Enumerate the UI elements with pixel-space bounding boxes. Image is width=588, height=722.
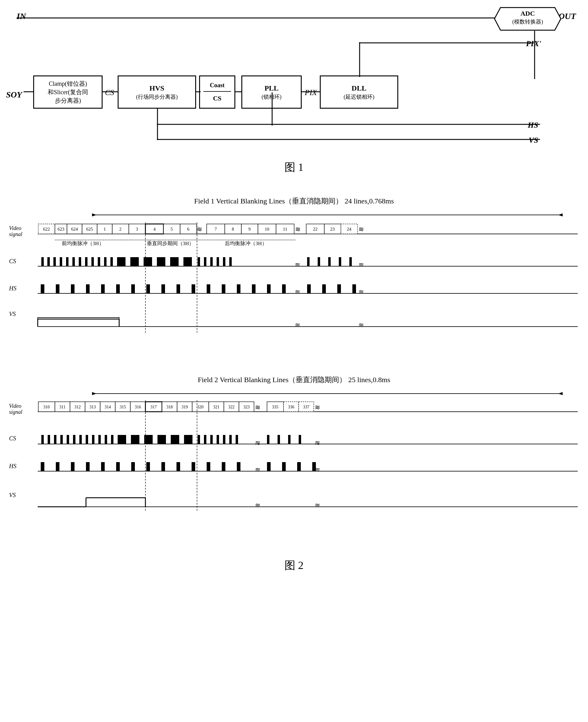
- svg-rect-112: [207, 284, 210, 293]
- svg-rect-206: [299, 435, 301, 444]
- svg-rect-222: [222, 462, 225, 471]
- svg-text:316: 316: [134, 405, 141, 409]
- svg-text:HS: HS: [9, 463, 16, 469]
- svg-rect-178: [48, 435, 50, 444]
- soy-clamp-line: [23, 91, 34, 92]
- svg-text:≋: ≋: [315, 466, 320, 474]
- svg-text:1: 1: [104, 227, 106, 231]
- svg-rect-87: [204, 257, 206, 266]
- pll-line1: PLL: [265, 83, 279, 94]
- svg-text:≋: ≋: [255, 439, 260, 447]
- svg-text:337: 337: [303, 405, 309, 409]
- svg-rect-113: [222, 284, 225, 293]
- svg-rect-116: [267, 284, 271, 293]
- hvs-line1: HVS: [149, 83, 164, 94]
- svg-text:310: 310: [43, 405, 49, 409]
- clamp-hvs-line: [103, 91, 119, 92]
- field1-header: Field 1 Vertical Blanking Lines（垂直消隐期间） …: [0, 193, 588, 206]
- svg-rect-220: [192, 462, 195, 471]
- fig1-caption: 图 1: [0, 160, 588, 175]
- svg-rect-101: [41, 284, 44, 293]
- svg-rect-73: [72, 257, 75, 266]
- svg-text:8: 8: [232, 227, 234, 231]
- svg-rect-71: [60, 257, 62, 266]
- adc-to-dll-line: [534, 31, 535, 79]
- svg-rect-211: [56, 462, 59, 471]
- svg-rect-204: [277, 435, 280, 444]
- svg-rect-192: [158, 435, 166, 444]
- hs-line: [157, 124, 540, 125]
- svg-rect-105: [101, 284, 105, 293]
- svg-text:≋: ≋: [295, 261, 300, 269]
- fig2-caption: 图 2: [0, 558, 588, 573]
- hvs-box: HVS (行场同步分离器): [118, 76, 196, 109]
- clamp-line3: 步分离器): [55, 96, 81, 105]
- svg-rect-189: [118, 435, 126, 444]
- svg-text:≋: ≋: [197, 225, 202, 233]
- svg-rect-109: [162, 284, 165, 293]
- field2-timing-svg: Video signal 310 311 312 313 314 315 316…: [7, 386, 581, 555]
- pix-label: PIX: [305, 88, 317, 97]
- svg-rect-104: [86, 284, 90, 293]
- svg-rect-221: [207, 462, 210, 471]
- svg-rect-225: [267, 462, 271, 471]
- svg-rect-226: [282, 462, 286, 471]
- svg-text:323: 323: [243, 405, 250, 409]
- svg-rect-180: [60, 435, 63, 444]
- svg-marker-16: [92, 213, 97, 216]
- svg-text:317: 317: [150, 405, 156, 409]
- svg-text:10: 10: [265, 227, 269, 231]
- svg-text:22: 22: [313, 227, 317, 231]
- svg-text:335: 335: [272, 405, 278, 409]
- svg-rect-110: [176, 284, 180, 293]
- svg-rect-223: [237, 462, 240, 471]
- svg-rect-193: [171, 435, 179, 444]
- figure-1: IN OUT ADC (模数转换器) PIX' SOY Clamp(钳位器) 和…: [0, 6, 588, 181]
- svg-rect-195: [197, 435, 200, 444]
- svg-rect-107: [131, 284, 135, 293]
- svg-text:624: 624: [71, 227, 78, 231]
- coast-label: Coast: [210, 80, 225, 90]
- svg-rect-183: [79, 435, 82, 444]
- svg-rect-76: [91, 257, 94, 266]
- svg-rect-69: [47, 257, 50, 266]
- svg-rect-95: [328, 257, 331, 266]
- svg-text:CS: CS: [9, 435, 16, 441]
- svg-rect-80: [117, 257, 126, 266]
- svg-text:2: 2: [119, 227, 122, 231]
- svg-rect-198: [217, 435, 219, 444]
- svg-text:7: 7: [214, 227, 217, 231]
- in-label: IN: [17, 12, 26, 21]
- svg-rect-182: [73, 435, 76, 444]
- svg-rect-185: [92, 435, 94, 444]
- svg-rect-203: [267, 435, 269, 444]
- svg-text:11: 11: [283, 227, 287, 231]
- coast-cs-block: Coast CS: [199, 76, 235, 109]
- svg-text:314: 314: [104, 405, 111, 409]
- svg-rect-84: [170, 257, 178, 266]
- svg-rect-115: [252, 284, 255, 293]
- svg-text:315: 315: [120, 405, 126, 409]
- svg-rect-102: [56, 284, 59, 293]
- svg-rect-219: [176, 462, 180, 471]
- hvs-line2: (行场同步分离器): [136, 93, 178, 101]
- svg-text:320: 320: [197, 405, 203, 409]
- svg-rect-74: [79, 257, 81, 266]
- cs-label-1: CS: [105, 88, 114, 97]
- dll-line1: DLL: [352, 83, 366, 94]
- svg-rect-72: [66, 257, 68, 266]
- svg-text:623: 623: [57, 227, 64, 231]
- svg-rect-227: [297, 462, 301, 471]
- svg-text:CS: CS: [9, 258, 16, 264]
- svg-text:≋: ≋: [295, 288, 300, 296]
- svg-text:9: 9: [248, 227, 251, 231]
- svg-rect-215: [116, 462, 120, 471]
- svg-rect-120: [322, 284, 326, 293]
- svg-rect-85: [184, 257, 192, 266]
- svg-rect-68: [41, 257, 44, 266]
- soy-label: SOY: [6, 90, 22, 100]
- svg-text:319: 319: [181, 405, 188, 409]
- svg-marker-17: [558, 213, 563, 216]
- svg-text:622: 622: [43, 227, 50, 231]
- svg-rect-200: [229, 435, 232, 444]
